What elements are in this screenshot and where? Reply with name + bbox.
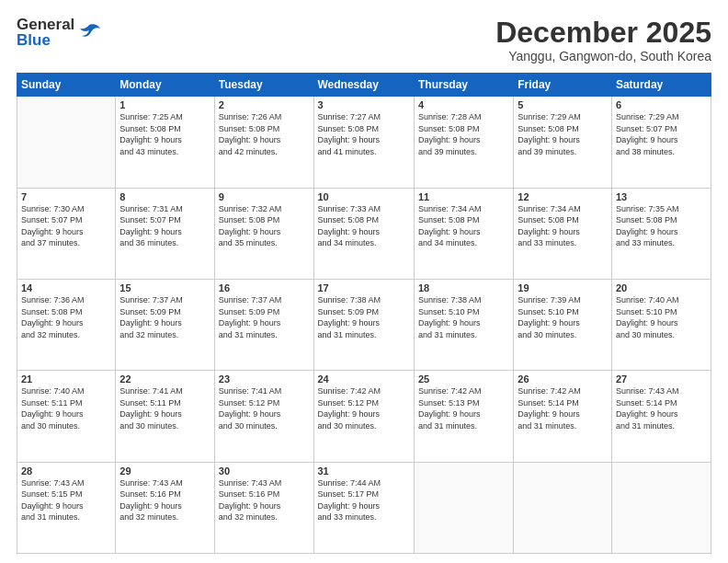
month-title: December 2025 [495, 17, 711, 49]
col-tuesday: Tuesday [214, 74, 313, 97]
day-info: Sunrise: 7:36 AMSunset: 5:08 PMDaylight:… [21, 294, 111, 340]
day-number: 20 [616, 282, 707, 293]
table-row: 30Sunrise: 7:43 AMSunset: 5:16 PMDayligh… [214, 462, 313, 553]
day-number: 4 [418, 99, 509, 110]
day-info: Sunrise: 7:43 AMSunset: 5:15 PMDaylight:… [21, 477, 111, 523]
table-row [17, 97, 116, 188]
table-row: 31Sunrise: 7:44 AMSunset: 5:17 PMDayligh… [313, 462, 414, 553]
col-thursday: Thursday [414, 74, 513, 97]
table-row: 4Sunrise: 7:28 AMSunset: 5:08 PMDaylight… [414, 97, 513, 188]
day-number: 3 [318, 99, 410, 110]
day-number: 6 [616, 99, 707, 110]
day-info: Sunrise: 7:39 AMSunset: 5:10 PMDaylight:… [518, 294, 608, 340]
table-row: 29Sunrise: 7:43 AMSunset: 5:16 PMDayligh… [116, 462, 214, 553]
table-row: 2Sunrise: 7:26 AMSunset: 5:08 PMDaylight… [214, 97, 313, 188]
table-row: 17Sunrise: 7:38 AMSunset: 5:09 PMDayligh… [313, 279, 414, 370]
day-number: 30 [219, 465, 310, 477]
day-info: Sunrise: 7:29 AMSunset: 5:07 PMDaylight:… [616, 111, 707, 157]
day-info: Sunrise: 7:29 AMSunset: 5:08 PMDaylight:… [518, 111, 608, 157]
table-row [414, 462, 513, 553]
table-row: 27Sunrise: 7:43 AMSunset: 5:14 PMDayligh… [611, 371, 711, 462]
day-info: Sunrise: 7:40 AMSunset: 5:10 PMDaylight:… [616, 294, 707, 340]
table-row [611, 462, 711, 553]
day-info: Sunrise: 7:44 AMSunset: 5:17 PMDaylight:… [318, 477, 410, 523]
day-number: 15 [119, 282, 210, 293]
day-info: Sunrise: 7:37 AMSunset: 5:09 PMDaylight:… [219, 294, 310, 340]
table-row: 13Sunrise: 7:35 AMSunset: 5:08 PMDayligh… [611, 188, 711, 279]
day-number: 18 [418, 282, 509, 293]
day-number: 28 [21, 465, 111, 477]
day-info: Sunrise: 7:40 AMSunset: 5:11 PMDaylight:… [21, 385, 111, 431]
table-row: 16Sunrise: 7:37 AMSunset: 5:09 PMDayligh… [214, 279, 313, 370]
day-info: Sunrise: 7:33 AMSunset: 5:08 PMDaylight:… [318, 203, 410, 249]
day-number: 16 [219, 282, 310, 293]
day-number: 17 [318, 282, 410, 293]
table-row: 7Sunrise: 7:30 AMSunset: 5:07 PMDaylight… [17, 188, 116, 279]
day-info: Sunrise: 7:28 AMSunset: 5:08 PMDaylight:… [418, 111, 509, 157]
col-monday: Monday [116, 74, 214, 97]
table-row: 20Sunrise: 7:40 AMSunset: 5:10 PMDayligh… [611, 279, 711, 370]
day-number: 25 [418, 373, 509, 385]
table-row: 15Sunrise: 7:37 AMSunset: 5:09 PMDayligh… [116, 279, 214, 370]
table-row: 14Sunrise: 7:36 AMSunset: 5:08 PMDayligh… [17, 279, 116, 370]
day-number: 10 [318, 191, 410, 202]
day-number: 8 [119, 191, 210, 202]
table-row: 5Sunrise: 7:29 AMSunset: 5:08 PMDaylight… [514, 97, 612, 188]
day-number: 22 [119, 373, 210, 385]
day-number: 31 [318, 465, 410, 477]
day-info: Sunrise: 7:42 AMSunset: 5:14 PMDaylight:… [518, 385, 608, 431]
table-row: 28Sunrise: 7:43 AMSunset: 5:15 PMDayligh… [17, 462, 116, 553]
day-info: Sunrise: 7:43 AMSunset: 5:16 PMDaylight:… [119, 477, 210, 523]
table-row: 8Sunrise: 7:31 AMSunset: 5:07 PMDaylight… [116, 188, 214, 279]
calendar-header-row: Sunday Monday Tuesday Wednesday Thursday… [17, 74, 711, 97]
table-row: 19Sunrise: 7:39 AMSunset: 5:10 PMDayligh… [514, 279, 612, 370]
table-row: 10Sunrise: 7:33 AMSunset: 5:08 PMDayligh… [313, 188, 414, 279]
day-info: Sunrise: 7:38 AMSunset: 5:09 PMDaylight:… [318, 294, 410, 340]
day-info: Sunrise: 7:37 AMSunset: 5:09 PMDaylight:… [119, 294, 210, 340]
day-number: 21 [21, 373, 111, 385]
day-info: Sunrise: 7:43 AMSunset: 5:14 PMDaylight:… [616, 385, 707, 431]
day-info: Sunrise: 7:27 AMSunset: 5:08 PMDaylight:… [318, 111, 410, 157]
table-row: 1Sunrise: 7:25 AMSunset: 5:08 PMDaylight… [116, 97, 214, 188]
col-saturday: Saturday [611, 74, 711, 97]
day-info: Sunrise: 7:38 AMSunset: 5:10 PMDaylight:… [418, 294, 509, 340]
day-info: Sunrise: 7:42 AMSunset: 5:12 PMDaylight:… [318, 385, 410, 431]
location: Yanggu, Gangwon-do, South Korea [495, 49, 711, 63]
col-friday: Friday [514, 74, 612, 97]
day-info: Sunrise: 7:42 AMSunset: 5:13 PMDaylight:… [418, 385, 509, 431]
table-row: 18Sunrise: 7:38 AMSunset: 5:10 PMDayligh… [414, 279, 513, 370]
day-info: Sunrise: 7:35 AMSunset: 5:08 PMDaylight:… [616, 203, 707, 249]
page: General Blue December 2025 Yanggu, Gangw… [0, 0, 728, 563]
day-info: Sunrise: 7:25 AMSunset: 5:08 PMDaylight:… [119, 111, 210, 157]
day-number: 13 [616, 191, 707, 202]
day-number: 9 [219, 191, 310, 202]
table-row: 11Sunrise: 7:34 AMSunset: 5:08 PMDayligh… [414, 188, 513, 279]
col-sunday: Sunday [17, 74, 116, 97]
title-block: December 2025 Yanggu, Gangwon-do, South … [495, 17, 711, 63]
table-row: 26Sunrise: 7:42 AMSunset: 5:14 PMDayligh… [514, 371, 612, 462]
calendar-table: Sunday Monday Tuesday Wednesday Thursday… [17, 73, 711, 554]
header: General Blue December 2025 Yanggu, Gangw… [17, 17, 711, 63]
day-info: Sunrise: 7:41 AMSunset: 5:11 PMDaylight:… [119, 385, 210, 431]
day-number: 19 [518, 282, 608, 293]
table-row: 23Sunrise: 7:41 AMSunset: 5:12 PMDayligh… [214, 371, 313, 462]
day-info: Sunrise: 7:43 AMSunset: 5:16 PMDaylight:… [219, 477, 310, 523]
table-row: 25Sunrise: 7:42 AMSunset: 5:13 PMDayligh… [414, 371, 513, 462]
logo: General Blue [17, 17, 102, 48]
day-number: 26 [518, 373, 608, 385]
table-row: 21Sunrise: 7:40 AMSunset: 5:11 PMDayligh… [17, 371, 116, 462]
table-row: 9Sunrise: 7:32 AMSunset: 5:08 PMDaylight… [214, 188, 313, 279]
day-info: Sunrise: 7:32 AMSunset: 5:08 PMDaylight:… [219, 203, 310, 249]
day-info: Sunrise: 7:34 AMSunset: 5:08 PMDaylight:… [518, 203, 608, 249]
table-row: 3Sunrise: 7:27 AMSunset: 5:08 PMDaylight… [313, 97, 414, 188]
day-number: 27 [616, 373, 707, 385]
table-row: 6Sunrise: 7:29 AMSunset: 5:07 PMDaylight… [611, 97, 711, 188]
day-info: Sunrise: 7:30 AMSunset: 5:07 PMDaylight:… [21, 203, 111, 249]
bird-icon [76, 19, 102, 45]
day-number: 7 [21, 191, 111, 202]
day-info: Sunrise: 7:31 AMSunset: 5:07 PMDaylight:… [119, 203, 210, 249]
day-number: 29 [119, 465, 210, 477]
table-row: 22Sunrise: 7:41 AMSunset: 5:11 PMDayligh… [116, 371, 214, 462]
logo-blue: Blue [17, 32, 74, 48]
day-number: 14 [21, 282, 111, 293]
